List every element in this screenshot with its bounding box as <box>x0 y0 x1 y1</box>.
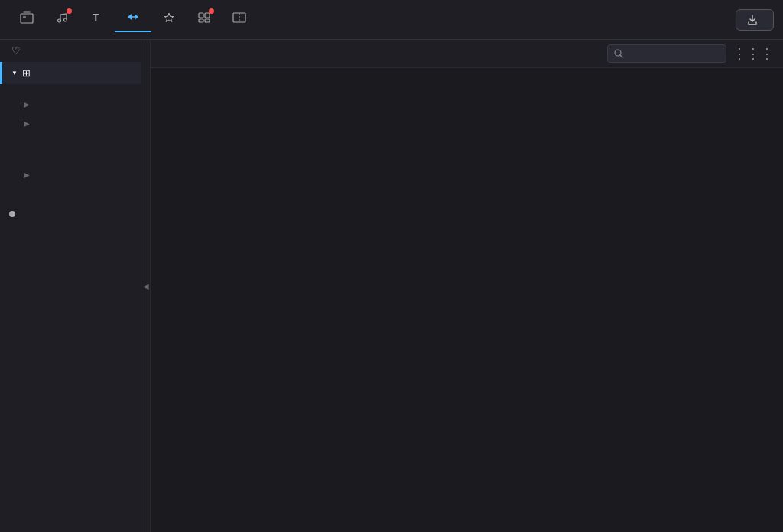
sidebar-basic[interactable] <box>0 84 141 95</box>
grid-toggle-button[interactable]: ⋮⋮⋮ <box>733 45 774 62</box>
music-icon <box>55 11 69 27</box>
sidebar-ripple[interactable]: ▶ <box>0 114 141 133</box>
svg-line-13 <box>620 55 622 57</box>
export-button[interactable] <box>736 9 774 31</box>
sidebar-stock[interactable]: ▼ ⊞ <box>0 62 141 84</box>
sidebar-lifestyle[interactable] <box>0 154 141 165</box>
filmstock-dot <box>9 211 15 217</box>
expand-icon: ▼ <box>11 70 18 76</box>
svg-rect-1 <box>23 16 26 18</box>
sidebar-favorite[interactable]: ♡ <box>0 40 141 62</box>
top-navigation: T <box>0 0 783 40</box>
svg-rect-9 <box>205 19 210 22</box>
media-icon <box>20 11 34 27</box>
split-icon <box>232 11 246 27</box>
grid-area <box>151 68 783 532</box>
export-icon <box>747 15 758 25</box>
svg-point-2 <box>58 19 61 22</box>
sidebar-3d[interactable]: ▶ <box>0 95 141 114</box>
sidebar-speed-blur[interactable] <box>0 133 141 144</box>
search-input[interactable] <box>628 48 720 59</box>
sidebar-slideshow[interactable]: ▶ <box>0 165 141 184</box>
sidebar-collapse-handle[interactable]: ◀ <box>141 40 151 532</box>
sidebar-filmstock[interactable] <box>0 206 141 222</box>
main-layout: ♡ ▼ ⊞ ▶ ▶ <box>0 40 783 532</box>
search-bar: ⋮⋮⋮ <box>151 40 783 68</box>
sidebar-linear[interactable] <box>0 184 141 195</box>
sidebar-warp[interactable] <box>0 144 141 154</box>
effect-icon <box>162 11 176 27</box>
svg-rect-7 <box>205 13 210 18</box>
sidebar: ♡ ▼ ⊞ ▶ ▶ <box>0 40 141 532</box>
nav-effect[interactable] <box>151 8 187 31</box>
chevron-icon: ▶ <box>24 119 30 128</box>
content-area: ⋮⋮⋮ <box>151 40 783 532</box>
element-icon <box>197 11 211 27</box>
svg-rect-6 <box>199 13 203 18</box>
chevron-icon: ▶ <box>24 170 30 179</box>
nav-transition[interactable] <box>115 8 151 32</box>
grid-icon: ⊞ <box>22 67 31 79</box>
transition-icon <box>125 11 141 26</box>
heart-icon: ♡ <box>11 45 21 57</box>
sidebar-plain-shape[interactable] <box>0 195 141 206</box>
search-input-wrap <box>607 44 726 63</box>
nav-music[interactable] <box>44 8 80 31</box>
svg-text:T: T <box>93 11 99 24</box>
svg-point-3 <box>64 18 67 21</box>
svg-rect-8 <box>199 19 203 22</box>
nav-title[interactable]: T <box>80 8 115 31</box>
search-icon <box>614 49 623 58</box>
nav-split[interactable] <box>222 8 257 31</box>
svg-rect-0 <box>21 14 33 23</box>
nav-element[interactable] <box>187 8 222 31</box>
nav-media[interactable] <box>9 8 44 31</box>
chevron-icon: ▶ <box>24 100 30 109</box>
title-icon: T <box>90 11 104 27</box>
